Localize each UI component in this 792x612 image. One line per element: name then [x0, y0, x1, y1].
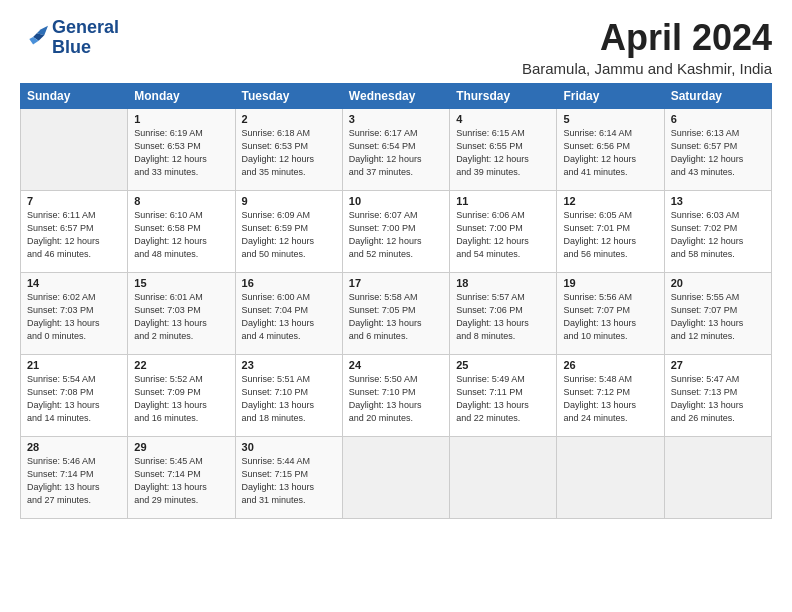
- day-number: 14: [27, 277, 121, 289]
- cell-week2-day3: 10Sunrise: 6:07 AMSunset: 7:00 PMDayligh…: [342, 190, 449, 272]
- logo-text: General Blue: [52, 18, 119, 58]
- cell-week1-day5: 5Sunrise: 6:14 AMSunset: 6:56 PMDaylight…: [557, 108, 664, 190]
- week-row-3: 14Sunrise: 6:02 AMSunset: 7:03 PMDayligh…: [21, 272, 772, 354]
- day-info: Sunrise: 5:56 AMSunset: 7:07 PMDaylight:…: [563, 291, 657, 343]
- day-number: 17: [349, 277, 443, 289]
- day-info: Sunrise: 5:49 AMSunset: 7:11 PMDaylight:…: [456, 373, 550, 425]
- day-info: Sunrise: 5:44 AMSunset: 7:15 PMDaylight:…: [242, 455, 336, 507]
- day-number: 13: [671, 195, 765, 207]
- day-info: Sunrise: 6:18 AMSunset: 6:53 PMDaylight:…: [242, 127, 336, 179]
- day-number: 4: [456, 113, 550, 125]
- day-info: Sunrise: 5:48 AMSunset: 7:12 PMDaylight:…: [563, 373, 657, 425]
- day-number: 30: [242, 441, 336, 453]
- day-number: 9: [242, 195, 336, 207]
- header-friday: Friday: [557, 83, 664, 108]
- day-info: Sunrise: 6:01 AMSunset: 7:03 PMDaylight:…: [134, 291, 228, 343]
- day-number: 21: [27, 359, 121, 371]
- cell-week4-day5: 26Sunrise: 5:48 AMSunset: 7:12 PMDayligh…: [557, 354, 664, 436]
- cell-week1-day3: 3Sunrise: 6:17 AMSunset: 6:54 PMDaylight…: [342, 108, 449, 190]
- header-thursday: Thursday: [450, 83, 557, 108]
- cell-week4-day1: 22Sunrise: 5:52 AMSunset: 7:09 PMDayligh…: [128, 354, 235, 436]
- day-number: 18: [456, 277, 550, 289]
- cell-week1-day1: 1Sunrise: 6:19 AMSunset: 6:53 PMDaylight…: [128, 108, 235, 190]
- day-number: 16: [242, 277, 336, 289]
- calendar-header: SundayMondayTuesdayWednesdayThursdayFrid…: [21, 83, 772, 108]
- day-number: 25: [456, 359, 550, 371]
- cell-week5-day5: [557, 436, 664, 518]
- cell-week1-day2: 2Sunrise: 6:18 AMSunset: 6:53 PMDaylight…: [235, 108, 342, 190]
- location-title: Baramula, Jammu and Kashmir, India: [522, 60, 772, 77]
- cell-week4-day6: 27Sunrise: 5:47 AMSunset: 7:13 PMDayligh…: [664, 354, 771, 436]
- week-row-1: 1Sunrise: 6:19 AMSunset: 6:53 PMDaylight…: [21, 108, 772, 190]
- cell-week1-day6: 6Sunrise: 6:13 AMSunset: 6:57 PMDaylight…: [664, 108, 771, 190]
- cell-week2-day0: 7Sunrise: 6:11 AMSunset: 6:57 PMDaylight…: [21, 190, 128, 272]
- day-info: Sunrise: 5:52 AMSunset: 7:09 PMDaylight:…: [134, 373, 228, 425]
- day-number: 20: [671, 277, 765, 289]
- cell-week3-day2: 16Sunrise: 6:00 AMSunset: 7:04 PMDayligh…: [235, 272, 342, 354]
- day-info: Sunrise: 6:19 AMSunset: 6:53 PMDaylight:…: [134, 127, 228, 179]
- day-info: Sunrise: 6:17 AMSunset: 6:54 PMDaylight:…: [349, 127, 443, 179]
- cell-week1-day4: 4Sunrise: 6:15 AMSunset: 6:55 PMDaylight…: [450, 108, 557, 190]
- header-sunday: Sunday: [21, 83, 128, 108]
- logo-line1: General: [52, 18, 119, 38]
- cell-week2-day1: 8Sunrise: 6:10 AMSunset: 6:58 PMDaylight…: [128, 190, 235, 272]
- day-info: Sunrise: 5:58 AMSunset: 7:05 PMDaylight:…: [349, 291, 443, 343]
- day-info: Sunrise: 6:05 AMSunset: 7:01 PMDaylight:…: [563, 209, 657, 261]
- day-number: 7: [27, 195, 121, 207]
- day-info: Sunrise: 6:06 AMSunset: 7:00 PMDaylight:…: [456, 209, 550, 261]
- day-info: Sunrise: 6:15 AMSunset: 6:55 PMDaylight:…: [456, 127, 550, 179]
- day-number: 1: [134, 113, 228, 125]
- day-info: Sunrise: 5:45 AMSunset: 7:14 PMDaylight:…: [134, 455, 228, 507]
- day-number: 23: [242, 359, 336, 371]
- day-number: 15: [134, 277, 228, 289]
- month-title: April 2024: [522, 18, 772, 58]
- header-tuesday: Tuesday: [235, 83, 342, 108]
- day-number: 5: [563, 113, 657, 125]
- day-info: Sunrise: 5:47 AMSunset: 7:13 PMDaylight:…: [671, 373, 765, 425]
- calendar-body: 1Sunrise: 6:19 AMSunset: 6:53 PMDaylight…: [21, 108, 772, 518]
- cell-week5-day0: 28Sunrise: 5:46 AMSunset: 7:14 PMDayligh…: [21, 436, 128, 518]
- day-info: Sunrise: 6:03 AMSunset: 7:02 PMDaylight:…: [671, 209, 765, 261]
- day-number: 24: [349, 359, 443, 371]
- day-number: 11: [456, 195, 550, 207]
- logo-line2: Blue: [52, 38, 119, 58]
- cell-week3-day6: 20Sunrise: 5:55 AMSunset: 7:07 PMDayligh…: [664, 272, 771, 354]
- day-number: 28: [27, 441, 121, 453]
- day-info: Sunrise: 6:09 AMSunset: 6:59 PMDaylight:…: [242, 209, 336, 261]
- day-number: 8: [134, 195, 228, 207]
- cell-week2-day2: 9Sunrise: 6:09 AMSunset: 6:59 PMDaylight…: [235, 190, 342, 272]
- header: General Blue April 2024 Baramula, Jammu …: [20, 18, 772, 77]
- day-number: 12: [563, 195, 657, 207]
- day-info: Sunrise: 5:50 AMSunset: 7:10 PMDaylight:…: [349, 373, 443, 425]
- cell-week2-day6: 13Sunrise: 6:03 AMSunset: 7:02 PMDayligh…: [664, 190, 771, 272]
- day-number: 29: [134, 441, 228, 453]
- day-number: 26: [563, 359, 657, 371]
- cell-week1-day0: [21, 108, 128, 190]
- cell-week3-day0: 14Sunrise: 6:02 AMSunset: 7:03 PMDayligh…: [21, 272, 128, 354]
- cell-week5-day3: [342, 436, 449, 518]
- calendar-table: SundayMondayTuesdayWednesdayThursdayFrid…: [20, 83, 772, 519]
- logo: General Blue: [20, 18, 119, 58]
- cell-week5-day6: [664, 436, 771, 518]
- header-row: SundayMondayTuesdayWednesdayThursdayFrid…: [21, 83, 772, 108]
- week-row-4: 21Sunrise: 5:54 AMSunset: 7:08 PMDayligh…: [21, 354, 772, 436]
- cell-week4-day3: 24Sunrise: 5:50 AMSunset: 7:10 PMDayligh…: [342, 354, 449, 436]
- header-monday: Monday: [128, 83, 235, 108]
- day-info: Sunrise: 5:46 AMSunset: 7:14 PMDaylight:…: [27, 455, 121, 507]
- day-number: 3: [349, 113, 443, 125]
- cell-week5-day1: 29Sunrise: 5:45 AMSunset: 7:14 PMDayligh…: [128, 436, 235, 518]
- day-info: Sunrise: 6:10 AMSunset: 6:58 PMDaylight:…: [134, 209, 228, 261]
- day-info: Sunrise: 6:00 AMSunset: 7:04 PMDaylight:…: [242, 291, 336, 343]
- cell-week3-day3: 17Sunrise: 5:58 AMSunset: 7:05 PMDayligh…: [342, 272, 449, 354]
- header-saturday: Saturday: [664, 83, 771, 108]
- week-row-2: 7Sunrise: 6:11 AMSunset: 6:57 PMDaylight…: [21, 190, 772, 272]
- day-number: 6: [671, 113, 765, 125]
- day-number: 27: [671, 359, 765, 371]
- cell-week5-day2: 30Sunrise: 5:44 AMSunset: 7:15 PMDayligh…: [235, 436, 342, 518]
- cell-week4-day2: 23Sunrise: 5:51 AMSunset: 7:10 PMDayligh…: [235, 354, 342, 436]
- logo-bird-icon: [20, 24, 48, 52]
- cell-week3-day5: 19Sunrise: 5:56 AMSunset: 7:07 PMDayligh…: [557, 272, 664, 354]
- header-wednesday: Wednesday: [342, 83, 449, 108]
- day-info: Sunrise: 5:55 AMSunset: 7:07 PMDaylight:…: [671, 291, 765, 343]
- title-block: April 2024 Baramula, Jammu and Kashmir, …: [522, 18, 772, 77]
